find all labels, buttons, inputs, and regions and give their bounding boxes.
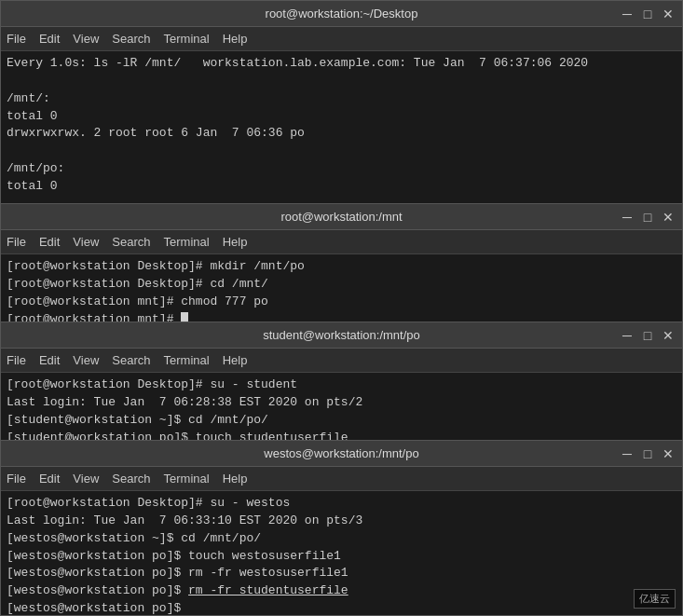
menu-help-2[interactable]: Help xyxy=(223,235,248,249)
maximize-btn-2[interactable]: □ xyxy=(639,210,656,225)
menu-view-4[interactable]: View xyxy=(73,472,99,486)
menu-edit-1[interactable]: Edit xyxy=(39,32,60,46)
terminal-content-3: [root@workstation Desktop]# su - student… xyxy=(1,373,682,442)
menu-bar-4: File Edit View Search Terminal Help xyxy=(1,467,682,491)
menu-search-4[interactable]: Search xyxy=(112,472,150,486)
minimize-btn-4[interactable]: ─ xyxy=(619,446,635,461)
menu-view-3[interactable]: View xyxy=(73,353,99,367)
maximize-btn-3[interactable]: □ xyxy=(639,328,656,343)
menu-file-4[interactable]: File xyxy=(7,472,26,486)
terminal-content-4: [root@workstation Desktop]# su - westos … xyxy=(1,491,682,615)
menu-bar-2: File Edit View Search Terminal Help xyxy=(1,230,682,254)
window-controls-3: ─ □ ✕ xyxy=(619,328,676,343)
menu-file-2[interactable]: File xyxy=(7,235,26,249)
menu-search-3[interactable]: Search xyxy=(112,353,150,367)
title-bar-3: student@workstation:/mnt/po ─ □ ✕ xyxy=(1,322,682,349)
title-text-4: westos@workstation:/mnt/po xyxy=(264,446,418,460)
title-bar-2: root@workstation:/mnt ─ □ ✕ xyxy=(1,204,682,230)
title-text-2: root@workstation:/mnt xyxy=(280,210,402,224)
menu-search-2[interactable]: Search xyxy=(112,235,150,249)
menu-help-4[interactable]: Help xyxy=(223,472,248,486)
terminal-window-3: student@workstation:/mnt/po ─ □ ✕ File E… xyxy=(0,322,683,443)
window-controls-1: ─ □ ✕ xyxy=(619,7,676,21)
close-btn-4[interactable]: ✕ xyxy=(660,446,676,461)
menu-file-1[interactable]: File xyxy=(7,32,26,46)
menu-bar-3: File Edit View Search Terminal Help xyxy=(1,349,682,373)
terminal-window-1: root@workstation:~/Desktop ─ □ ✕ File Ed… xyxy=(0,0,683,205)
menu-edit-3[interactable]: Edit xyxy=(39,353,60,367)
menu-view-2[interactable]: View xyxy=(73,235,99,249)
menu-view-1[interactable]: View xyxy=(73,32,99,46)
watermark: 亿速云 xyxy=(634,589,676,609)
terminal-window-2: root@workstation:/mnt ─ □ ✕ File Edit Vi… xyxy=(0,203,683,324)
title-text-1: root@workstation:~/Desktop xyxy=(266,7,418,21)
menu-edit-4[interactable]: Edit xyxy=(39,472,60,486)
window-controls-4: ─ □ ✕ xyxy=(619,446,676,461)
title-bar-4: westos@workstation:/mnt/po ─ □ ✕ xyxy=(1,441,682,467)
menu-help-1[interactable]: Help xyxy=(223,32,248,46)
terminal-content-2: [root@workstation Desktop]# mkdir /mnt/p… xyxy=(1,254,682,323)
minimize-btn-1[interactable]: ─ xyxy=(619,7,635,21)
menu-help-3[interactable]: Help xyxy=(223,353,248,367)
close-btn-1[interactable]: ✕ xyxy=(660,7,676,21)
maximize-btn-1[interactable]: □ xyxy=(639,7,656,21)
menu-terminal-3[interactable]: Terminal xyxy=(164,353,210,367)
menu-terminal-1[interactable]: Terminal xyxy=(164,32,210,46)
terminal-window-4: westos@workstation:/mnt/po ─ □ ✕ File Ed… xyxy=(0,440,683,616)
maximize-btn-4[interactable]: □ xyxy=(639,446,656,461)
menu-search-1[interactable]: Search xyxy=(112,32,150,46)
menu-bar-1: File Edit View Search Terminal Help xyxy=(1,27,682,51)
minimize-btn-2[interactable]: ─ xyxy=(619,210,635,225)
menu-terminal-2[interactable]: Terminal xyxy=(164,235,210,249)
window-controls-2: ─ □ ✕ xyxy=(619,210,676,225)
menu-terminal-4[interactable]: Terminal xyxy=(164,472,210,486)
close-btn-3[interactable]: ✕ xyxy=(660,328,676,343)
minimize-btn-3[interactable]: ─ xyxy=(619,328,635,343)
menu-file-3[interactable]: File xyxy=(7,353,26,367)
terminal-content-1: Every 1.0s: ls -lR /mnt/ workstation.lab… xyxy=(1,51,682,204)
title-text-3: student@workstation:/mnt/po xyxy=(263,328,420,342)
menu-edit-2[interactable]: Edit xyxy=(39,235,60,249)
close-btn-2[interactable]: ✕ xyxy=(660,210,676,225)
title-bar-1: root@workstation:~/Desktop ─ □ ✕ xyxy=(1,1,682,27)
